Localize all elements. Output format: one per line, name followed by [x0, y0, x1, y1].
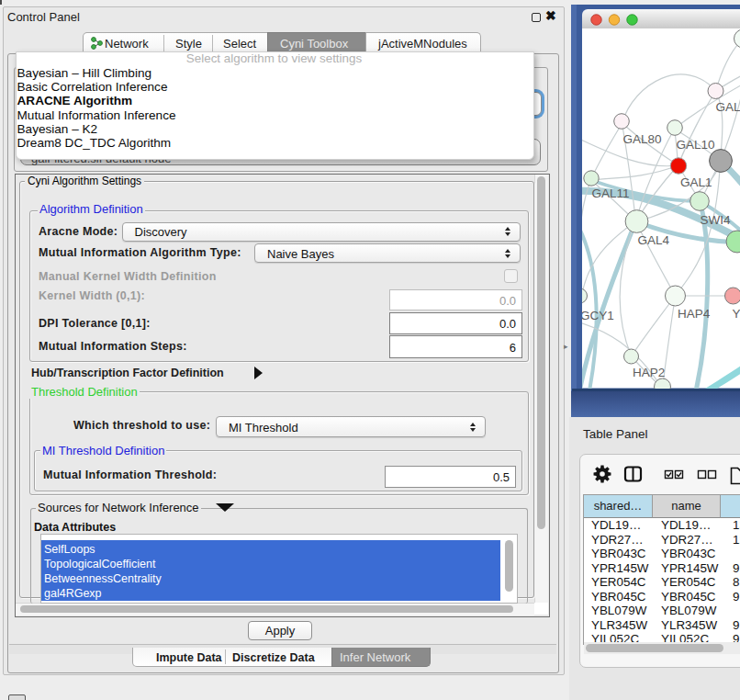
- svg-text:YL: YL: [732, 307, 740, 321]
- svg-text:HAP4: HAP4: [678, 307, 711, 321]
- svg-text:GAL2: GAL2: [715, 100, 740, 114]
- svg-text:HAP2: HAP2: [633, 366, 665, 379]
- svg-text:GAL80: GAL80: [622, 132, 661, 146]
- svg-text:GAL1: GAL1: [680, 175, 712, 189]
- svg-text:GAL11: GAL11: [591, 186, 629, 200]
- svg-text:GCY1: GCY1: [582, 309, 614, 322]
- svg-text:GAL10: GAL10: [676, 138, 714, 152]
- svg-text:SWI4: SWI4: [700, 213, 730, 227]
- svg-text:GAL4: GAL4: [637, 233, 669, 247]
